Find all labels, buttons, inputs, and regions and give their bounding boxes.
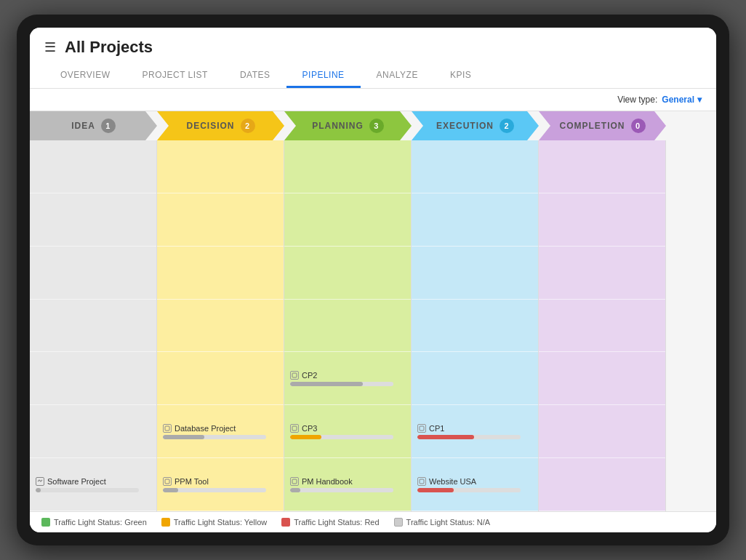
stage-header-completion[interactable]: COMPLETION 0 <box>539 111 666 140</box>
stage-header-execution[interactable]: EXECUTION 2 <box>412 111 539 140</box>
progress-bar-cp2 <box>290 382 393 386</box>
progress-bar-pmhandbook <box>290 488 393 492</box>
legend-label-red: Traffic Light Status: Red <box>294 518 379 527</box>
idea-row-3 <box>30 300 156 353</box>
completion-row-6 <box>539 458 665 511</box>
stage-label-idea: IDEA <box>71 121 95 131</box>
project-icon-website <box>417 477 426 486</box>
execution-row-3 <box>412 300 538 353</box>
hamburger-icon[interactable]: ☰ <box>44 39 56 55</box>
progress-bar-database <box>163 435 266 439</box>
stage-badge-completion: 0 <box>631 119 646 133</box>
legend-dot-na <box>394 518 403 527</box>
project-card-cp2[interactable]: CP2 <box>290 369 405 388</box>
execution-row-6: Website USA <box>412 458 538 511</box>
decision-row-2 <box>157 247 284 300</box>
decision-row-1 <box>157 193 284 247</box>
planning-row-3 <box>284 300 411 353</box>
project-card-cp3[interactable]: CP3 <box>290 423 405 441</box>
legend-red: Traffic Light Status: Red <box>281 518 379 527</box>
stage-col-decision: Database Project <box>157 140 284 511</box>
progress-bar-cp1 <box>417 435 521 439</box>
project-card-website[interactable]: Website USA <box>417 476 532 494</box>
project-icon-ppm <box>163 477 172 486</box>
project-name-database: Database Project <box>175 424 236 433</box>
legend-green: Traffic Light Status: Green <box>41 518 147 527</box>
stage-col-planning: CP2 CP <box>284 140 412 511</box>
project-name-cp1: CP1 <box>429 424 444 433</box>
stage-label-decision: DECISION <box>186 121 234 131</box>
svg-rect-3 <box>292 426 297 431</box>
tablet-frame: ☰ All Projects OVERVIEW PROJECT LIST DAT… <box>17 15 729 545</box>
tab-overview[interactable]: OVERVIEW <box>44 64 126 88</box>
stage-badge-execution: 2 <box>500 119 514 133</box>
idea-row-1 <box>30 193 156 247</box>
stage-badge-planning: 3 <box>369 119 384 133</box>
tab-project-list[interactable]: PROJECT LIST <box>126 64 223 88</box>
legend-na: Traffic Light Status: N/A <box>394 518 491 527</box>
stage-header-planning[interactable]: PLANNING 3 <box>284 111 412 140</box>
tab-analyze[interactable]: ANALYZE <box>361 64 434 88</box>
project-name-cp3: CP3 <box>302 424 317 433</box>
project-card-pmhandbook[interactable]: PM Handbook <box>290 476 405 494</box>
execution-row-2 <box>412 247 538 300</box>
project-card-ppm[interactable]: PPM Tool <box>163 476 278 494</box>
stage-label-execution: EXECUTION <box>436 121 494 131</box>
stage-badge-idea: 1 <box>101 119 116 133</box>
project-icon-cp2 <box>290 371 299 380</box>
stage-label-planning: PLANNING <box>312 121 364 131</box>
project-card-software[interactable]: Software Project <box>36 476 151 494</box>
stage-label-completion: COMPLETION <box>560 121 625 131</box>
legend-label-green: Traffic Light Status: Green <box>54 518 147 527</box>
completion-row-1 <box>539 193 665 247</box>
progress-bar-ppm <box>163 488 266 492</box>
completion-row-3 <box>539 300 665 353</box>
stage-header-decision[interactable]: DECISION 2 <box>157 111 284 140</box>
tab-kpis[interactable]: KPIS <box>434 64 487 88</box>
stage-headers: IDEA 1 DECISION 2 PLANNING 3 EXECUTION 2… <box>30 111 716 140</box>
project-name-ppm: PPM Tool <box>175 477 209 486</box>
stage-badge-decision: 2 <box>241 119 255 133</box>
execution-row-5: CP1 <box>412 405 538 458</box>
planning-row-5: CP3 <box>284 405 411 458</box>
planning-row-6: PM Handbook <box>284 458 411 511</box>
completion-row-4 <box>539 352 665 405</box>
planning-row-0 <box>284 140 411 193</box>
tab-dates[interactable]: DATES <box>224 64 286 88</box>
svg-rect-6 <box>420 479 424 484</box>
tabs: OVERVIEW PROJECT LIST DATES PIPELINE ANA… <box>44 64 702 88</box>
legend-label-yellow: Traffic Light Status: Yellow <box>174 518 267 527</box>
stage-body: Software Project <box>30 140 716 511</box>
execution-row-0 <box>412 140 538 193</box>
planning-row-2 <box>284 247 411 300</box>
planning-row-4: CP2 <box>284 352 411 405</box>
decision-row-4 <box>157 352 284 405</box>
idea-row-5 <box>30 405 156 458</box>
toolbar: View type: General ▾ <box>30 89 716 111</box>
completion-row-0 <box>539 140 665 193</box>
idea-row-4 <box>30 352 156 405</box>
stage-header-idea[interactable]: IDEA 1 <box>30 111 157 140</box>
svg-rect-5 <box>420 426 424 431</box>
project-icon-database <box>163 424 172 433</box>
project-card-cp1[interactable]: CP1 <box>417 423 532 441</box>
project-card-database[interactable]: Database Project <box>163 423 278 441</box>
project-icon-software <box>36 477 44 486</box>
legend-dot-red <box>281 518 290 527</box>
planning-row-1 <box>284 193 411 247</box>
legend-dot-yellow <box>161 518 170 527</box>
completion-row-2 <box>539 247 665 300</box>
idea-row-6: Software Project <box>30 458 156 511</box>
project-name-cp2: CP2 <box>302 371 317 380</box>
idea-row-2 <box>30 247 156 300</box>
idea-row-0 <box>30 140 156 193</box>
tab-pipeline[interactable]: PIPELINE <box>286 64 361 88</box>
stage-col-idea: Software Project <box>30 140 157 511</box>
view-type-dropdown[interactable]: General ▾ <box>662 95 702 105</box>
project-icon-cp1 <box>417 424 426 433</box>
decision-row-5: Database Project <box>157 405 284 458</box>
decision-row-3 <box>157 300 284 353</box>
page-title: All Projects <box>65 38 153 57</box>
stage-col-execution: CP1 We <box>412 140 539 511</box>
svg-rect-1 <box>165 479 169 484</box>
